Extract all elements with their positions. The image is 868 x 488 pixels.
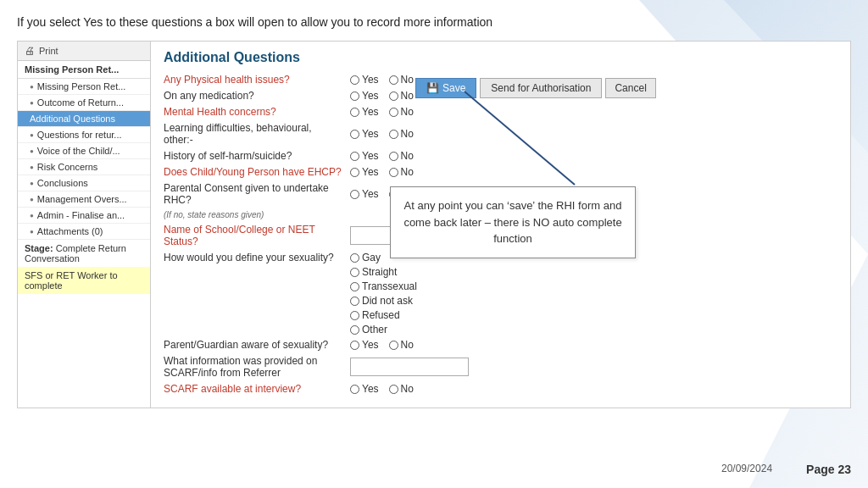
radio-circle <box>389 108 398 117</box>
sidebar-item-management[interactable]: ● Management Overs... <box>18 191 150 208</box>
sexuality-row: How would you define your sexuality? Gay… <box>164 252 837 336</box>
radio-circle <box>350 311 359 320</box>
mental-health-yes[interactable]: Yes <box>350 106 379 118</box>
sidebar-stage: Stage: Complete Return Conversation <box>18 240 150 267</box>
sexuality-refused[interactable]: Refused <box>350 309 417 321</box>
print-icon: 🖨 <box>25 45 35 57</box>
school-label: Name of School/College or NEET Status? <box>164 224 350 247</box>
radio-circle <box>350 297 359 306</box>
sidebar-section-title: Missing Person Ret... <box>18 61 150 79</box>
scarf-available-yes[interactable]: Yes <box>350 383 379 395</box>
bullet-icon: ● <box>30 180 34 187</box>
radio-circle <box>350 108 359 117</box>
sidebar-item-voice-child[interactable]: ● Voice of the Child/... <box>18 143 150 159</box>
callout-box: At any point you can ‘save’ the RHI form… <box>390 186 636 258</box>
self-harm-yes[interactable]: Yes <box>350 150 379 162</box>
sidebar-item-missing-person-ret[interactable]: ● Missing Person Ret... <box>18 79 150 95</box>
bullet-icon: ● <box>30 212 34 219</box>
mental-health-radio: Yes No <box>350 106 414 118</box>
radio-circle <box>350 75 359 85</box>
physical-health-label: Any Physical health issues? <box>164 74 350 86</box>
sidebar-item-risk-concerns[interactable]: ● Risk Concerns <box>18 159 150 175</box>
sexuality-straight[interactable]: Straight <box>350 266 417 278</box>
form-title: Additional Questions <box>164 50 837 65</box>
self-harm-no[interactable]: No <box>389 150 414 162</box>
parent-sexuality-row: Parent/Guardian aware of sexuality? Yes … <box>164 339 837 351</box>
medication-radio: Yes No <box>350 90 414 102</box>
sidebar-worker: SFS or RET Worker to complete <box>18 267 150 294</box>
parent-sexuality-yes[interactable]: Yes <box>350 339 379 351</box>
sexuality-label: How would you define your sexuality? <box>164 252 350 263</box>
sexuality-options: Gay Straight Transsexual Did not ask Ref <box>350 252 417 336</box>
mental-health-no[interactable]: No <box>389 106 414 118</box>
radio-circle <box>350 92 359 101</box>
radio-circle <box>389 152 398 161</box>
cancel-button[interactable]: Cancel <box>605 78 655 98</box>
scarf-available-label: SCARF available at interview? <box>164 383 350 395</box>
radio-circle <box>350 385 359 394</box>
self-harm-radio: Yes No <box>350 150 414 162</box>
physical-health-no[interactable]: No <box>389 74 414 86</box>
mental-health-row: Mental Health concerns? Yes No <box>164 106 837 118</box>
sexuality-section: How would you define your sexuality? Gay… <box>164 252 837 395</box>
ehcp-yes[interactable]: Yes <box>350 166 379 178</box>
parental-consent-label: Parental Consent given to undertake RHC? <box>164 182 350 206</box>
sidebar-item-questions-return[interactable]: ● Questions for retur... <box>18 127 150 143</box>
mental-health-label: Mental Health concerns? <box>164 106 350 118</box>
ehcp-no[interactable]: No <box>389 166 414 178</box>
radio-circle <box>389 75 398 85</box>
learning-radio: Yes No <box>350 128 414 140</box>
radio-circle <box>350 130 359 139</box>
radio-circle <box>350 152 359 161</box>
bullet-icon: ● <box>30 83 34 91</box>
send-auth-button[interactable]: Send for Authorisation <box>480 78 602 98</box>
ehcp-label: Does Child/Young Person have EHCP? <box>164 166 350 178</box>
sidebar-item-conclusions[interactable]: ● Conclusions <box>18 175 150 191</box>
scarf-available-row: SCARF available at interview? Yes No <box>164 383 837 395</box>
sexuality-other[interactable]: Other <box>350 324 417 336</box>
radio-circle <box>350 253 359 263</box>
radio-circle <box>350 168 359 177</box>
sidebar-item-outcome[interactable]: ● Outcome of Return... <box>18 95 150 111</box>
learning-row: Learning difficulties, behavioural, othe… <box>164 122 837 146</box>
self-harm-row: History of self-harm/suicide? Yes No <box>164 150 837 162</box>
scarf-info-row: What information was provided on SCARF/i… <box>164 355 837 379</box>
learning-yes[interactable]: Yes <box>350 128 379 140</box>
parent-sexuality-no[interactable]: No <box>389 339 414 351</box>
sexuality-did-not-ask[interactable]: Did not ask <box>350 295 417 307</box>
ehcp-row: Does Child/Young Person have EHCP? Yes N… <box>164 166 837 178</box>
learning-no[interactable]: No <box>389 128 414 140</box>
sidebar-item-additional-questions[interactable]: Additional Questions <box>18 111 150 127</box>
sexuality-transsexual[interactable]: Transsexual <box>350 280 417 292</box>
radio-circle <box>389 92 398 101</box>
top-instruction: If you select Yes to these questions a b… <box>17 15 851 29</box>
save-icon: 💾 <box>426 82 439 94</box>
scarf-available-no[interactable]: No <box>389 383 414 395</box>
radio-circle <box>389 130 398 139</box>
scarf-info-input[interactable] <box>350 358 469 376</box>
parent-sexuality-label: Parent/Guardian aware of sexuality? <box>164 339 350 351</box>
sidebar-item-admin[interactable]: ● Admin - Finalise an... <box>18 208 150 224</box>
learning-label: Learning difficulties, behavioural, othe… <box>164 122 350 146</box>
bullet-icon: ● <box>30 228 34 236</box>
sidebar: 🖨 Print Missing Person Ret... ● Missing … <box>17 41 151 408</box>
medication-yes[interactable]: Yes <box>350 90 379 102</box>
bullet-icon: ● <box>30 131 34 139</box>
parent-sexuality-radio: Yes No <box>350 339 414 351</box>
self-harm-label: History of self-harm/suicide? <box>164 150 350 162</box>
print-button[interactable]: 🖨 Print <box>18 42 150 61</box>
save-button[interactable]: 💾 Save <box>415 78 476 98</box>
scarf-available-radio: Yes No <box>350 383 414 395</box>
radio-circle <box>389 168 398 177</box>
radio-circle <box>350 341 359 350</box>
radio-circle <box>389 385 398 394</box>
sidebar-item-attachments[interactable]: ● Attachments (0) <box>18 224 150 240</box>
physical-health-yes[interactable]: Yes <box>350 74 379 86</box>
bullet-icon: ● <box>30 99 34 107</box>
parental-consent-yes[interactable]: Yes <box>350 188 379 200</box>
scarf-info-label: What information was provided on SCARF/i… <box>164 355 350 379</box>
radio-circle <box>350 190 359 199</box>
medication-label: On any medication? <box>164 90 350 102</box>
medication-no[interactable]: No <box>389 90 414 102</box>
footer: 20/09/2024 Page 23 <box>721 463 851 476</box>
